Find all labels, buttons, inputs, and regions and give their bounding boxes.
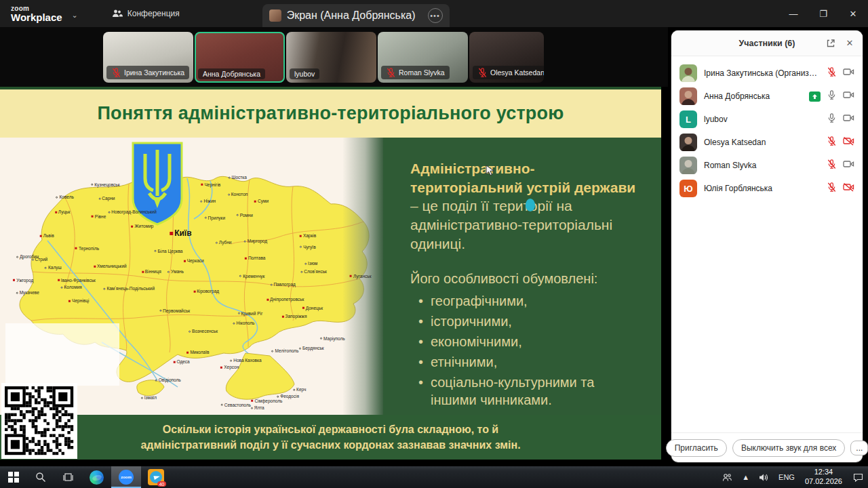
map-legend-patch xyxy=(5,323,119,386)
camera-icon[interactable] xyxy=(843,159,854,171)
video-thumbnail[interactable]: Ірина Закутинська xyxy=(103,32,193,83)
participant-status-icons xyxy=(827,66,854,80)
more-options-button[interactable]: ... xyxy=(850,441,868,455)
search-icon xyxy=(35,472,46,483)
telegram-taskbar-icon[interactable]: 40 xyxy=(141,466,171,488)
city-label: Херсон xyxy=(220,365,239,370)
restore-button[interactable]: ❐ xyxy=(808,0,838,27)
mic-icon[interactable] xyxy=(827,113,837,126)
shared-screen-slide: Поняття адміністративно-територіального … xyxy=(0,87,661,460)
city-label: Запоріжжя xyxy=(281,314,307,319)
city-label: Словʼянськ xyxy=(300,270,327,274)
windows-taskbar: zoom 40 ▲ ENG 12:34 xyxy=(0,466,868,488)
people-icon xyxy=(112,9,123,18)
mic-icon[interactable] xyxy=(827,89,837,103)
participant-row[interactable]: Анна Добрянська xyxy=(671,85,863,108)
participant-row[interactable]: Ірина Закутинська (Организатор, я) xyxy=(671,62,863,85)
camera-off-icon[interactable] xyxy=(843,182,854,195)
slide-footer-strip: Оскільки історія української державності… xyxy=(0,415,661,460)
hidden-icons-chevron[interactable]: ▲ xyxy=(737,466,754,488)
slide-text-panel: Адміністративно-територіальний устрій де… xyxy=(383,138,661,415)
camera-icon[interactable] xyxy=(843,67,854,79)
minimize-button[interactable]: — xyxy=(778,0,808,27)
invite-button[interactable]: Пригласить xyxy=(666,439,727,457)
city-label: Чернівці xyxy=(68,299,89,304)
camera-icon[interactable] xyxy=(843,113,854,125)
camera-icon[interactable] xyxy=(843,90,854,102)
video-thumbnail[interactable]: Roman Slyvka xyxy=(378,32,468,83)
tab-conference[interactable]: Конференция xyxy=(104,0,188,27)
city-label: Івано-Франківськ xyxy=(58,278,96,283)
telegram-icon: 40 xyxy=(148,469,164,485)
city-label: Сарни xyxy=(98,197,115,201)
participant-name: Юлія Горблянська xyxy=(704,184,820,193)
edge-icon xyxy=(90,470,104,485)
city-label: Ромни xyxy=(237,213,253,218)
start-button[interactable] xyxy=(0,466,27,488)
city-label: Шостка xyxy=(228,176,246,180)
video-name-label: Roman Slyvka xyxy=(381,66,450,79)
city-label: Дніпропетровськ xyxy=(267,298,304,302)
taskbar-time: 12:34 xyxy=(814,468,833,476)
slide-title: Поняття адміністративно-територіального … xyxy=(97,103,564,124)
mic-muted-icon[interactable] xyxy=(827,66,837,80)
factor-item: економічними, xyxy=(410,333,642,350)
city-label: Павлоград xyxy=(270,283,295,287)
participants-header: Участники (6) ✕ xyxy=(671,30,863,56)
city-label: Кузнецовськ xyxy=(91,182,119,187)
people-tray-icon[interactable] xyxy=(717,466,737,488)
zoom-workplace-logo: zoom Workplace ⌄ xyxy=(11,5,78,22)
ukraine-map: КиївЧернігівСумиХарківЛуганськДонецькЗап… xyxy=(0,138,383,415)
city-label: Прилуки xyxy=(205,216,225,220)
volume-icon[interactable] xyxy=(754,466,774,488)
mute-all-button[interactable]: Выключить звук для всех xyxy=(732,439,845,457)
participant-row[interactable]: Roman Slyvka xyxy=(671,154,863,177)
close-panel-icon[interactable]: ✕ xyxy=(844,37,856,49)
tab-more-icon[interactable]: ••• xyxy=(428,8,443,23)
participant-row[interactable]: Olesya Katsedan xyxy=(671,131,863,154)
factor-item: історичними, xyxy=(410,312,642,330)
mic-muted-icon[interactable] xyxy=(827,182,837,195)
taskbar-clock[interactable]: 12:34 07.02.2026 xyxy=(800,468,848,487)
tab-screen-share[interactable]: Экран (Анна Добрянська) ••• xyxy=(262,4,450,27)
city-label: Маріуполь xyxy=(320,336,345,341)
city-label: Стрий xyxy=(32,258,48,262)
video-thumbnail[interactable]: lyubov xyxy=(286,32,376,83)
popout-icon[interactable] xyxy=(825,37,837,49)
zoom-taskbar-icon[interactable]: zoom xyxy=(111,466,141,488)
avatar xyxy=(679,134,697,151)
city-label: Чугуїв xyxy=(300,245,315,249)
chevron-down-icon[interactable]: ⌄ xyxy=(72,11,78,20)
qr-code xyxy=(1,383,77,459)
mic-muted-icon[interactable] xyxy=(827,136,837,149)
language-indicator[interactable]: ENG xyxy=(774,466,800,488)
footer-line1: Оскільки історія української державності… xyxy=(163,422,498,437)
city-label: Житомир xyxy=(132,224,154,229)
task-view-button[interactable] xyxy=(54,466,81,488)
city-label: Ковель xyxy=(56,195,73,200)
camera-off-icon[interactable] xyxy=(843,136,854,148)
avatar xyxy=(679,87,697,105)
search-button[interactable] xyxy=(27,466,54,488)
city-label: Ізмаїл xyxy=(141,396,157,401)
city-label: Вознесенськ xyxy=(189,329,218,334)
video-thumbnail[interactable]: Анна Добрянська xyxy=(195,32,285,83)
close-button[interactable]: ✕ xyxy=(838,0,868,27)
city-label: Кіровоград xyxy=(193,289,219,294)
video-name-label: lyubov xyxy=(290,68,319,79)
participant-row[interactable]: ЮЮлія Горблянська xyxy=(671,177,863,200)
mic-muted-icon[interactable] xyxy=(827,159,837,172)
city-label: Миргород xyxy=(244,239,267,244)
participants-list: Ірина Закутинська (Организатор, я)Анна Д… xyxy=(671,56,863,432)
video-name-label: Ірина Закутинська xyxy=(106,66,189,79)
edge-taskbar-icon[interactable] xyxy=(81,466,111,488)
city-label: Кременчук xyxy=(239,274,264,279)
participant-status-icons xyxy=(827,136,854,149)
participant-row[interactable]: Llyubov xyxy=(671,108,863,131)
participant-status-icons xyxy=(809,89,854,103)
city-label: Ніжин xyxy=(200,199,216,204)
city-label: Одеса xyxy=(173,360,189,365)
city-label: Полтава xyxy=(245,256,265,261)
video-thumbnail[interactable]: Olesya Katsedan xyxy=(469,32,544,83)
action-center-icon[interactable] xyxy=(848,466,868,488)
